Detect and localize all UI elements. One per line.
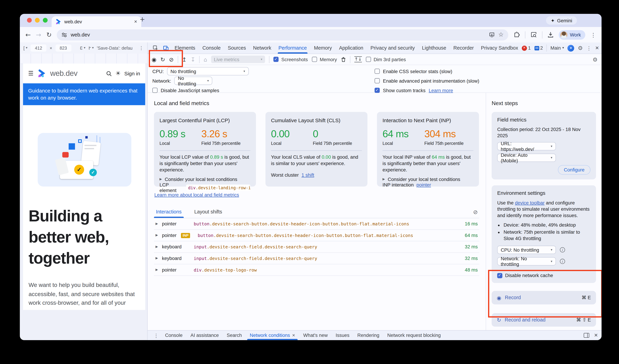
target-select[interactable]: Main▾: [550, 45, 564, 51]
error-badge[interactable]: ✕1: [522, 45, 531, 51]
interactions-tab[interactable]: Interactions: [154, 206, 183, 218]
interaction-row[interactable]: ▶ pointer INP button.devsite-search-butt…: [154, 230, 479, 241]
drawer-menu-icon[interactable]: ⋮: [151, 333, 161, 338]
expander-icon[interactable]: ▶: [155, 245, 158, 248]
consider-foldout[interactable]: ▶ Consider your local test conditions: [159, 177, 250, 182]
env-cpu-select[interactable]: CPU: No throttling ▾: [497, 246, 556, 254]
tab-network[interactable]: Network: [250, 42, 275, 54]
cpu-select[interactable]: No throttling ▾: [167, 67, 249, 75]
dim-3rd-parties-checkbox[interactable]: Dim 3rd parties: [366, 56, 406, 62]
interaction-row[interactable]: ▶ pointer button.devsite-search-button.d…: [154, 218, 479, 230]
drawer-tab-issues[interactable]: Issues: [332, 331, 353, 340]
drawer-tab-search[interactable]: Search: [223, 331, 246, 340]
extensions-icon[interactable]: [514, 32, 520, 38]
device-toolbar-link[interactable]: device toolbar: [515, 200, 545, 206]
sign-in-link[interactable]: Sign in: [124, 70, 140, 76]
save-profile-icon[interactable]: ↧: [191, 56, 195, 62]
interaction-row[interactable]: ▶ keyboard input.devsite-search-field.de…: [154, 241, 479, 253]
new-tab-button[interactable]: +: [140, 16, 145, 23]
configure-button[interactable]: Configure: [558, 165, 590, 175]
back-button[interactable]: ←: [25, 32, 31, 38]
drawer-tab-rendering[interactable]: Rendering: [353, 331, 383, 340]
search-icon[interactable]: [106, 70, 112, 76]
expander-icon[interactable]: ▶: [155, 268, 158, 271]
learn-metrics-link[interactable]: Learn more about local and field metrics: [154, 192, 239, 197]
clear-log-icon[interactable]: ⊘: [473, 209, 479, 215]
info-icon[interactable]: i: [560, 247, 565, 252]
field-url-select[interactable]: URL: https://web.dev/ ▾: [497, 142, 556, 150]
learn-more-link[interactable]: Learn more: [429, 87, 453, 93]
consider-foldout[interactable]: ▶ Consider your local test conditions: [383, 177, 474, 182]
throttle-select[interactable]: Ւ▾: [88, 45, 94, 51]
tab-console[interactable]: Console: [199, 42, 224, 54]
drawer-tab-network-conditions[interactable]: Network conditions×: [246, 331, 299, 340]
tab-privacy-sandbox[interactable]: Privacy Sandbox: [477, 42, 522, 54]
drawer-tab-whats-new[interactable]: What's new: [299, 331, 332, 340]
ai-assistant-icon[interactable]: ✦: [567, 45, 574, 51]
bookmark-star-icon[interactable]: ☆: [498, 32, 504, 38]
live-metrics-select[interactable]: Live metrics ▾: [211, 56, 265, 63]
hamburger-menu-icon[interactable]: ☰: [28, 70, 33, 76]
theme-toggle-icon[interactable]: ☀: [115, 70, 121, 76]
inp-interaction-link[interactable]: pointer: [416, 182, 431, 188]
traffic-light-close[interactable]: [27, 18, 32, 23]
dimensions-select[interactable]: [▾: [23, 46, 27, 50]
gemini-button[interactable]: ✦ Gemini: [546, 16, 577, 25]
tab-performance[interactable]: Performance: [275, 42, 310, 54]
custom-tracks-checkbox[interactable]: [375, 88, 380, 93]
drawer-panel-icon[interactable]: [584, 333, 589, 338]
info-icon[interactable]: i: [560, 259, 565, 264]
tab-recorder[interactable]: Recorder: [450, 42, 477, 54]
memory-checkbox[interactable]: Memory: [312, 56, 337, 62]
expander-icon[interactable]: ▶: [155, 234, 158, 237]
traffic-light-minimize[interactable]: [35, 18, 40, 23]
layout-shifts-tab[interactable]: Layout shifts: [192, 206, 224, 218]
lcp-element-chip[interactable]: div.devsite-landing-row-ite…: [186, 185, 250, 191]
site-brand[interactable]: web.dev: [50, 69, 77, 78]
expander-icon[interactable]: ▶: [155, 257, 158, 260]
tab-lighthouse[interactable]: Lighthouse: [418, 42, 450, 54]
env-network-select[interactable]: Network: No throttling ▾: [497, 257, 556, 266]
devtools-menu-button[interactable]: ⋮: [586, 45, 591, 51]
browser-tab[interactable]: web.dev ✕: [52, 16, 141, 27]
device-toolbar-menu[interactable]: ⋮: [139, 46, 144, 50]
garbage-collect-icon[interactable]: [341, 56, 346, 62]
expander-icon[interactable]: ▶: [155, 222, 158, 225]
reload-button[interactable]: ↻: [46, 32, 52, 38]
network-select[interactable]: No throttling ▾: [174, 77, 212, 85]
paint-instrumentation-checkbox[interactable]: Enable advanced paint instrumentation (s…: [375, 77, 597, 85]
traffic-light-maximize[interactable]: [43, 18, 48, 23]
zoom-select[interactable]: Ɛ▾: [80, 46, 85, 50]
chevron-down-icon: ▾: [243, 70, 245, 73]
address-bar[interactable]: web.dev ☆: [57, 29, 508, 40]
tab-memory[interactable]: Memory: [310, 42, 336, 54]
drawer-close-icon[interactable]: ✕: [594, 333, 598, 338]
worst-cluster-link[interactable]: 1 shift: [302, 172, 314, 178]
drawer-tab-network-request-blocking[interactable]: Network request blocking: [383, 331, 445, 340]
panel-settings-gear-icon[interactable]: ⚙: [592, 56, 598, 62]
isolate-icon[interactable]: ↑↓: [354, 56, 362, 62]
downloads-icon[interactable]: [548, 32, 553, 38]
message-badge[interactable]: 2: [534, 45, 543, 51]
browser-menu-button[interactable]: ⋮: [591, 32, 596, 38]
drawer-tab-console[interactable]: Console: [161, 331, 186, 340]
drawer-tab-ai-assistance[interactable]: AI assistance: [186, 331, 223, 340]
tab-privacy-security[interactable]: Privacy and security: [367, 42, 418, 54]
tab-close-icon[interactable]: ✕: [134, 20, 137, 24]
interaction-row[interactable]: ▶ keyboard input.devsite-search-field.de…: [154, 253, 479, 265]
profile-chip[interactable]: Work: [559, 30, 585, 39]
home-icon[interactable]: ⌂: [204, 56, 207, 62]
install-icon[interactable]: [489, 32, 494, 38]
devtools-close-button[interactable]: ✕: [595, 46, 599, 50]
device-height-input[interactable]: 823: [55, 44, 71, 52]
settings-gear-icon[interactable]: ⚙: [578, 45, 583, 51]
tab-application[interactable]: Application: [336, 42, 367, 54]
screenshots-checkbox[interactable]: Screenshots: [273, 56, 308, 62]
field-device-select[interactable]: Device: Auto (Mobile) ▾: [497, 154, 556, 162]
interaction-row[interactable]: ▶ pointer div.devsite-top-logo-row 48 ms: [154, 264, 479, 276]
page-search-icon[interactable]: [531, 32, 537, 38]
tab-sources[interactable]: Sources: [224, 42, 250, 54]
forward-button[interactable]: →: [36, 32, 41, 38]
device-width-input[interactable]: 412: [31, 44, 46, 52]
css-selector-stats-checkbox[interactable]: Enable CSS selector stats (slow): [375, 67, 597, 75]
